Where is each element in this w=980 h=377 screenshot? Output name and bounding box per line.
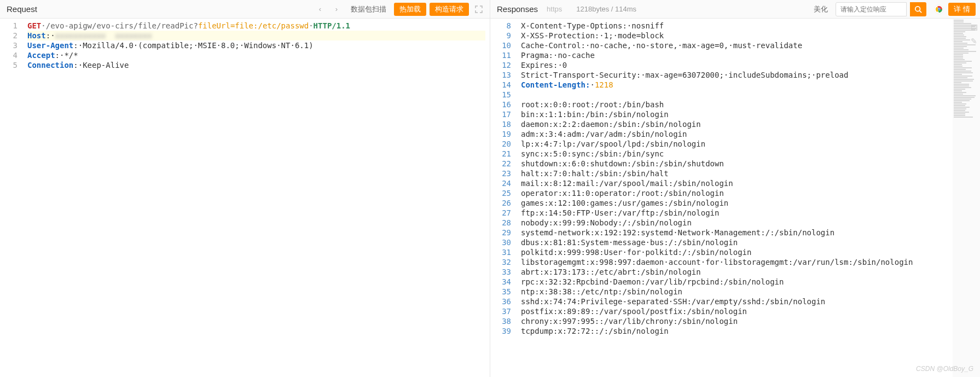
- response-panel: Responses https 1218bytes / 114ms 美化 详 情…: [490, 0, 980, 377]
- request-header: Request ‹ › 数据包扫描 热加载 构造请求: [0, 0, 490, 19]
- request-title: Request: [4, 4, 37, 14]
- svg-point-3: [938, 8, 941, 10]
- response-code[interactable]: 8910111213141516171819202122232425262728…: [490, 19, 953, 377]
- watermark: CSDN @OldBoy_G: [916, 365, 973, 373]
- request-lines: GET·/evo-apigw/evo-cirs/file/readPic?fil…: [23, 19, 490, 377]
- search-icon: [914, 5, 922, 13]
- side-icon-1[interactable]: ▤: [969, 22, 979, 32]
- beautify-button[interactable]: 美化: [809, 3, 832, 16]
- response-header: Responses https 1218bytes / 114ms 美化 详 情: [490, 0, 980, 19]
- response-lines: X-Content-Type-Options:·nosniffX-XSS-Pro…: [517, 19, 953, 377]
- app-root: Request ‹ › 数据包扫描 热加载 构造请求 12345 GET·/ev…: [0, 0, 980, 377]
- request-code[interactable]: 12345 GET·/evo-apigw/evo-cirs/file/readP…: [0, 19, 490, 377]
- request-gutter: 12345: [0, 19, 23, 377]
- minimap[interactable]: [953, 19, 980, 377]
- search-button[interactable]: [910, 2, 926, 16]
- hotload-button[interactable]: 热加载: [394, 3, 426, 16]
- svg-point-0: [915, 6, 920, 11]
- request-panel: Request ‹ › 数据包扫描 热加载 构造请求 12345 GET·/ev…: [0, 0, 490, 377]
- side-icon-2[interactable]: ✎: [969, 36, 979, 46]
- construct-button[interactable]: 构造请求: [430, 3, 469, 16]
- response-meta: 1218bytes / 114ms: [576, 5, 636, 13]
- prev-button[interactable]: ‹: [314, 3, 327, 16]
- expand-icon[interactable]: [472, 3, 485, 16]
- chrome-icon[interactable]: [933, 3, 945, 15]
- response-title: Responses: [495, 4, 538, 14]
- search-input[interactable]: [836, 2, 907, 16]
- detail-button[interactable]: 详 情: [948, 3, 976, 16]
- side-toolbar: ▤ ✎: [969, 22, 979, 46]
- next-button[interactable]: ›: [330, 3, 343, 16]
- https-badge: https: [547, 5, 562, 13]
- response-gutter: 8910111213141516171819202122232425262728…: [490, 19, 517, 377]
- scan-button[interactable]: 数据包扫描: [346, 3, 391, 16]
